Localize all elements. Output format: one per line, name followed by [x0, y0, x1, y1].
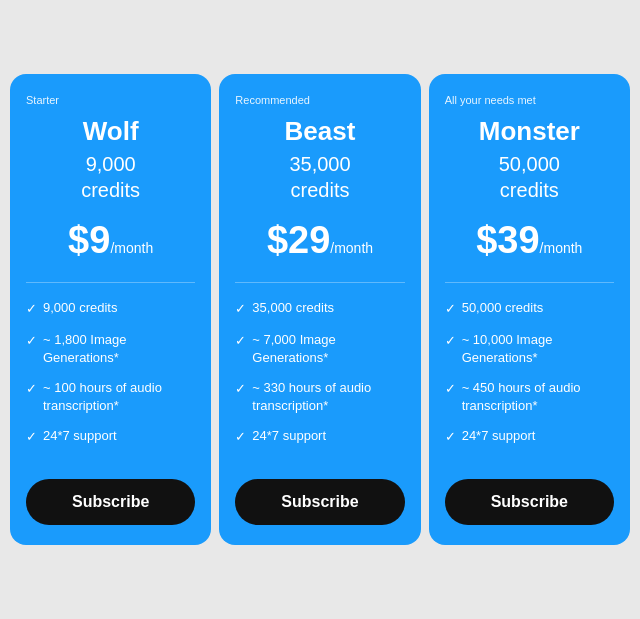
feature-text: 9,000 credits: [43, 299, 117, 317]
check-icon: ✓: [235, 300, 246, 318]
plan-credits: 50,000credits: [445, 151, 614, 203]
plan-price: $29/month: [235, 219, 404, 262]
features-list: ✓ 9,000 credits ✓ ~ 1,800 Image Generati…: [26, 299, 195, 458]
divider: [235, 282, 404, 283]
price-amount: $9: [68, 219, 110, 261]
subscribe-button[interactable]: Subscribe: [235, 479, 404, 525]
feature-item: ✓ ~ 450 hours of audio transcription*: [445, 379, 614, 415]
check-icon: ✓: [445, 332, 456, 350]
feature-text: ~ 450 hours of audio transcription*: [462, 379, 614, 415]
subscribe-button[interactable]: Subscribe: [445, 479, 614, 525]
plan-badge: All your needs met: [445, 94, 614, 106]
feature-item: ✓ 9,000 credits: [26, 299, 195, 318]
check-icon: ✓: [445, 300, 456, 318]
feature-text: ~ 7,000 Image Generations*: [252, 331, 404, 367]
check-icon: ✓: [445, 428, 456, 446]
feature-item: ✓ ~ 330 hours of audio transcription*: [235, 379, 404, 415]
feature-text: ~ 1,800 Image Generations*: [43, 331, 195, 367]
price-amount: $29: [267, 219, 330, 261]
plan-card-beast: Recommended Beast 35,000credits $29/mont…: [219, 74, 420, 544]
plan-card-wolf: Starter Wolf 9,000credits $9/month ✓ 9,0…: [10, 74, 211, 544]
plan-badge: Recommended: [235, 94, 404, 106]
check-icon: ✓: [235, 428, 246, 446]
feature-text: 24*7 support: [252, 427, 326, 445]
feature-text: 24*7 support: [462, 427, 536, 445]
plan-credits: 9,000credits: [26, 151, 195, 203]
feature-text: 24*7 support: [43, 427, 117, 445]
price-amount: $39: [476, 219, 539, 261]
plan-name: Monster: [445, 116, 614, 147]
feature-item: ✓ 24*7 support: [445, 427, 614, 446]
check-icon: ✓: [26, 300, 37, 318]
plan-name: Beast: [235, 116, 404, 147]
plan-price: $39/month: [445, 219, 614, 262]
feature-item: ✓ ~ 100 hours of audio transcription*: [26, 379, 195, 415]
feature-item: ✓ 50,000 credits: [445, 299, 614, 318]
subscribe-button[interactable]: Subscribe: [26, 479, 195, 525]
check-icon: ✓: [26, 380, 37, 398]
feature-item: ✓ ~ 1,800 Image Generations*: [26, 331, 195, 367]
plan-name: Wolf: [26, 116, 195, 147]
feature-item: ✓ ~ 7,000 Image Generations*: [235, 331, 404, 367]
feature-text: ~ 330 hours of audio transcription*: [252, 379, 404, 415]
check-icon: ✓: [26, 428, 37, 446]
feature-text: 35,000 credits: [252, 299, 334, 317]
features-list: ✓ 50,000 credits ✓ ~ 10,000 Image Genera…: [445, 299, 614, 458]
plan-badge: Starter: [26, 94, 195, 106]
plans-container: Starter Wolf 9,000credits $9/month ✓ 9,0…: [10, 74, 630, 544]
plan-price: $9/month: [26, 219, 195, 262]
feature-item: ✓ ~ 10,000 Image Generations*: [445, 331, 614, 367]
plan-credits: 35,000credits: [235, 151, 404, 203]
price-period: /month: [540, 240, 583, 256]
feature-item: ✓ 35,000 credits: [235, 299, 404, 318]
check-icon: ✓: [235, 332, 246, 350]
price-period: /month: [110, 240, 153, 256]
features-list: ✓ 35,000 credits ✓ ~ 7,000 Image Generat…: [235, 299, 404, 458]
feature-item: ✓ 24*7 support: [235, 427, 404, 446]
feature-item: ✓ 24*7 support: [26, 427, 195, 446]
check-icon: ✓: [235, 380, 246, 398]
plan-card-monster: All your needs met Monster 50,000credits…: [429, 74, 630, 544]
feature-text: ~ 10,000 Image Generations*: [462, 331, 614, 367]
divider: [445, 282, 614, 283]
check-icon: ✓: [26, 332, 37, 350]
price-period: /month: [330, 240, 373, 256]
check-icon: ✓: [445, 380, 456, 398]
feature-text: ~ 100 hours of audio transcription*: [43, 379, 195, 415]
divider: [26, 282, 195, 283]
feature-text: 50,000 credits: [462, 299, 544, 317]
